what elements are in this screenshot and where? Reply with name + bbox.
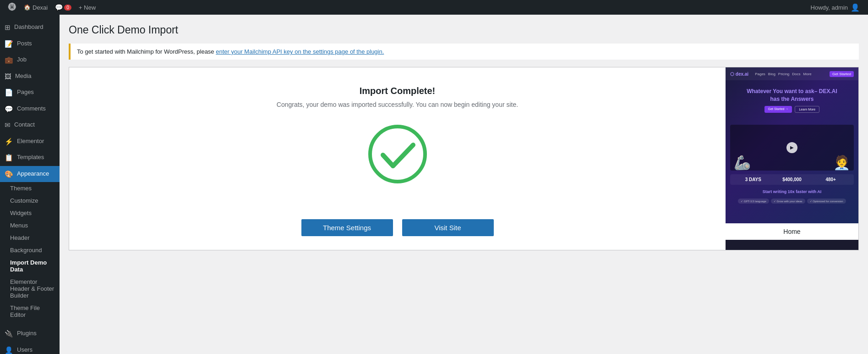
mailchimp-settings-link[interactable]: enter your Mailchimp API key on the sett…	[216, 48, 384, 55]
sidebar-item-templates[interactable]: 📋 Templates	[0, 149, 60, 166]
page-title: One Click Demo Import	[69, 24, 859, 36]
preview-badges: ✓ GPT-3.5 language ✓ Grow with your idea…	[726, 197, 858, 205]
preview-nav: ⬡ dex.ai Pages Blog Pricing Docs More Ge…	[726, 67, 858, 80]
users-icon: 👤	[5, 346, 13, 354]
import-container: ✕ ? Import Complete! Congrats, your demo…	[69, 67, 859, 250]
sidebar-item-pages[interactable]: 📄 Pages	[0, 84, 60, 101]
preview-nav-links: Pages Blog Pricing Docs More	[755, 72, 812, 76]
posts-icon: 📝	[5, 39, 13, 49]
sidebar-item-themes[interactable]: Themes	[0, 182, 60, 194]
dashboard-icon: ⊞	[5, 23, 11, 32]
wp-logo-button[interactable]: 🅦	[5, 0, 20, 15]
checkmark-container	[366, 122, 430, 188]
preview-hero: Whatever You want to ask– DEX.AI has the…	[726, 80, 858, 125]
preview-stats: 3 DAYS $400,000 480+	[730, 174, 854, 185]
preview-bottom-text: Start writing 10x faster with AI	[726, 187, 858, 197]
new-content-button[interactable]: + New	[75, 0, 99, 15]
sidebar-item-customize[interactable]: Customize	[0, 194, 60, 207]
import-title: Import Complete!	[360, 86, 436, 96]
preview-panel: ⬡ dex.ai Pages Blog Pricing Docs More Ge…	[726, 67, 858, 250]
play-button-icon: ▶	[786, 142, 797, 153]
sidebar-item-appearance[interactable]: 🎨 Appearance	[0, 166, 60, 183]
preview-image: ⬡ dex.ai Pages Blog Pricing Docs More Ge…	[726, 67, 858, 223]
media-icon: 🖼	[5, 72, 11, 81]
sidebar-item-plugins[interactable]: 🔌 Plugins	[0, 326, 60, 342]
human-icon: 🧑‍💼	[833, 155, 850, 171]
appearance-icon: 🎨	[5, 170, 13, 179]
preview-stat-2: $400,000	[773, 177, 812, 182]
preview-label: Home	[726, 223, 858, 240]
preview-hero-title: Whatever You want to ask– DEX.AI has the…	[731, 88, 853, 103]
templates-icon: 📋	[5, 153, 13, 162]
site-name-button[interactable]: 🏠 Dexai	[20, 0, 51, 15]
notice-bar: To get started with Mailchimp for WordPr…	[69, 44, 859, 60]
plugins-icon: 🔌	[5, 329, 13, 338]
import-subtitle: Congrats, your demo was imported success…	[277, 101, 518, 108]
sidebar-item-posts[interactable]: 📝 Posts	[0, 36, 60, 52]
robot-icon: 🦾	[734, 155, 751, 171]
sidebar-item-background[interactable]: Background	[0, 244, 60, 256]
admin-bar: 🅦 🏠 Dexai 💬 0 + New Howdy, admin 👤	[0, 0, 868, 15]
success-checkmark-icon	[366, 122, 430, 186]
svg-point-0	[370, 127, 425, 182]
sidebar-item-comments[interactable]: 💬 Comments	[0, 101, 60, 117]
sidebar-item-elementor-builder[interactable]: Elementor Header & Footer Builder	[0, 276, 60, 302]
appearance-submenu: Themes Customize Widgets Menus Header Ba…	[0, 182, 60, 321]
preview-hero-btns: Get Started → Learn More	[731, 106, 853, 113]
sidebar-item-header[interactable]: Header	[0, 232, 60, 244]
user-greeting[interactable]: Howdy, admin 👤	[807, 0, 863, 15]
preview-stat-3: 480+	[811, 177, 850, 182]
sidebar-item-widgets[interactable]: Widgets	[0, 207, 60, 219]
import-main: Import Complete! Congrats, your demo was…	[69, 67, 726, 250]
sidebar-item-theme-file-editor[interactable]: Theme File Editor	[0, 302, 60, 321]
comments-icon: 💬	[5, 105, 13, 114]
preview-video-box: 🦾 ▶ 🧑‍💼	[730, 125, 854, 171]
pages-icon: 📄	[5, 88, 13, 97]
visit-site-button[interactable]: Visit Site	[402, 219, 494, 236]
import-buttons: Theme Settings Visit Site	[301, 219, 494, 236]
sidebar-item-contact[interactable]: ✉ Contact	[0, 117, 60, 133]
sidebar: ⊞ Dashboard 📝 Posts 💼 Job 🖼 Media 📄 Page…	[0, 15, 60, 354]
sidebar-item-import-demo[interactable]: Import Demo Data	[0, 256, 60, 276]
theme-settings-button[interactable]: Theme Settings	[301, 219, 393, 236]
preview-stat-1: 3 DAYS	[734, 177, 773, 182]
sidebar-item-job[interactable]: 💼 Job	[0, 52, 60, 68]
elementor-icon: ⚡	[5, 137, 13, 146]
job-icon: 💼	[5, 55, 13, 65]
sidebar-item-elementor[interactable]: ⚡ Elementor	[0, 133, 60, 150]
contact-icon: ✉	[5, 121, 11, 130]
main-content: One Click Demo Import To get started wit…	[60, 15, 868, 354]
comments-button[interactable]: 💬 0	[51, 0, 75, 15]
sidebar-item-menus[interactable]: Menus	[0, 219, 60, 232]
sidebar-item-media[interactable]: 🖼 Media	[0, 68, 60, 85]
sidebar-item-dashboard[interactable]: ⊞ Dashboard	[0, 19, 60, 36]
sidebar-item-users[interactable]: 👤 Users	[0, 342, 60, 354]
preview-logo: ⬡ dex.ai	[730, 72, 748, 77]
